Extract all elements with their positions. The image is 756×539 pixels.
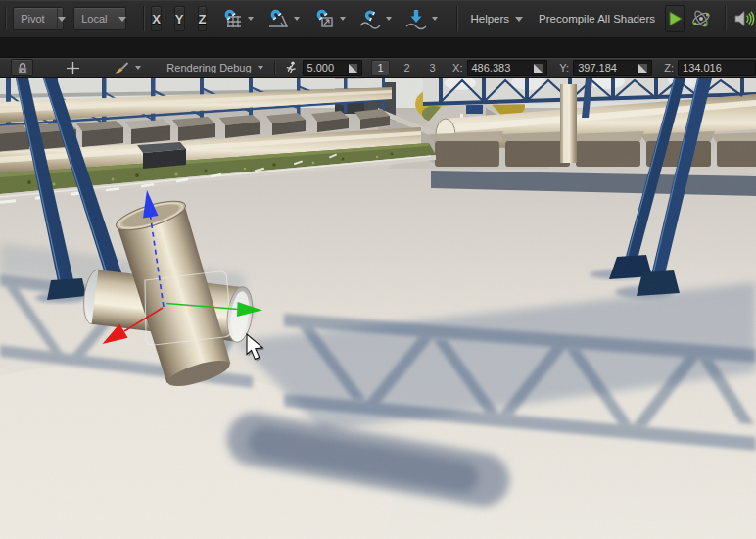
chevron-down-icon[interactable] xyxy=(291,6,303,31)
coord-y-label: Y: xyxy=(559,62,569,74)
chevron-down-icon[interactable] xyxy=(383,6,395,31)
coord-z-value: 134.016 xyxy=(683,62,722,74)
spinner-icon[interactable] xyxy=(534,64,543,73)
camera-speed-runner xyxy=(284,61,298,74)
chevron-down-icon[interactable] xyxy=(135,66,141,70)
move-tool-button[interactable] xyxy=(66,61,80,75)
lock-selection-button[interactable] xyxy=(11,59,33,76)
physics-icon xyxy=(690,8,712,29)
camera-speed-field[interactable]: 5.000 xyxy=(303,60,363,76)
chevron-down-icon xyxy=(57,8,66,29)
toolbar-grip[interactable] xyxy=(5,7,7,30)
audio-button[interactable] xyxy=(732,5,756,32)
coord-y-value: 397.184 xyxy=(578,62,617,74)
runner-icon xyxy=(284,61,298,74)
view-preset-1[interactable]: 1 xyxy=(371,60,390,76)
coord-x-label: X: xyxy=(452,62,462,74)
axis-z-button[interactable]: Z xyxy=(198,6,208,31)
axis-x-button[interactable]: X xyxy=(151,6,162,31)
separator xyxy=(456,6,457,31)
camera-speed-value: 5.000 xyxy=(307,62,335,74)
separator xyxy=(274,61,275,74)
snap-angle-magnet-icon xyxy=(266,7,290,30)
snap-surface-magnet-icon xyxy=(358,7,382,30)
chevron-down-icon xyxy=(258,66,263,70)
helpers-dropdown[interactable]: Helpers xyxy=(464,6,529,31)
spinner-icon[interactable] xyxy=(638,64,647,73)
coord-x-value: 486.383 xyxy=(472,62,511,74)
snap-angle-button[interactable] xyxy=(265,6,291,31)
axis-y-button[interactable]: Y xyxy=(174,6,185,31)
crosshair-icon xyxy=(66,61,80,75)
chevron-down-icon[interactable] xyxy=(337,6,349,31)
coord-y-field[interactable]: 397.184 xyxy=(573,60,652,76)
rendering-debug-label: Rendering Debug xyxy=(166,62,251,74)
coord-z-label: Z: xyxy=(664,62,674,74)
rendering-debug-dropdown[interactable]: Rendering Debug xyxy=(166,62,262,74)
chevron-down-icon xyxy=(118,8,126,29)
brush-icon xyxy=(114,61,129,74)
pivot-dropdown-label: Pivot xyxy=(14,13,57,24)
space-dropdown-label: Local xyxy=(74,13,118,24)
snap-terrain-button[interactable] xyxy=(403,6,429,31)
pick-tool-button[interactable] xyxy=(114,61,129,74)
snap-grid-button[interactable] xyxy=(219,6,245,31)
precompile-shaders-button[interactable]: Precompile All Shaders xyxy=(533,6,661,31)
helpers-label: Helpers xyxy=(470,13,509,24)
chevron-down-icon[interactable] xyxy=(245,6,257,31)
chevron-down-icon xyxy=(515,17,523,22)
speaker-icon xyxy=(733,9,755,28)
separator xyxy=(143,6,144,31)
view-preset-2[interactable]: 2 xyxy=(399,61,415,75)
panel-gap xyxy=(0,38,756,58)
viewport-canvas[interactable] xyxy=(0,78,756,539)
editor-window: Pivot Local X Y Z xyxy=(0,0,756,539)
precompile-shaders-label: Precompile All Shaders xyxy=(539,13,655,24)
snap-surface-button[interactable] xyxy=(357,6,383,31)
spinner-icon[interactable] xyxy=(349,64,357,73)
coord-x-field[interactable]: 486.383 xyxy=(467,60,548,76)
play-button[interactable] xyxy=(665,5,685,32)
chevron-down-icon[interactable] xyxy=(429,6,441,31)
space-dropdown[interactable]: Local xyxy=(73,7,126,30)
snap-terrain-arrow-icon xyxy=(404,7,428,30)
play-icon xyxy=(666,10,684,27)
lock-icon xyxy=(17,62,28,74)
snap-bounds-button[interactable] xyxy=(311,6,337,31)
snap-bounds-magnet-icon xyxy=(312,7,336,30)
coord-z-field[interactable]: 134.016 xyxy=(678,60,756,76)
viewport-toolbar: Rendering Debug 5.000 1 2 3 X: 486.383 Y… xyxy=(0,58,756,78)
pivot-dropdown[interactable]: Pivot xyxy=(13,7,64,30)
physics-button[interactable] xyxy=(689,5,713,32)
snap-grid-magnet-icon xyxy=(220,7,244,30)
concrete-grain xyxy=(0,78,756,539)
separator xyxy=(725,6,726,31)
view-preset-3[interactable]: 3 xyxy=(424,61,441,75)
main-toolbar: Pivot Local X Y Z xyxy=(0,0,756,38)
